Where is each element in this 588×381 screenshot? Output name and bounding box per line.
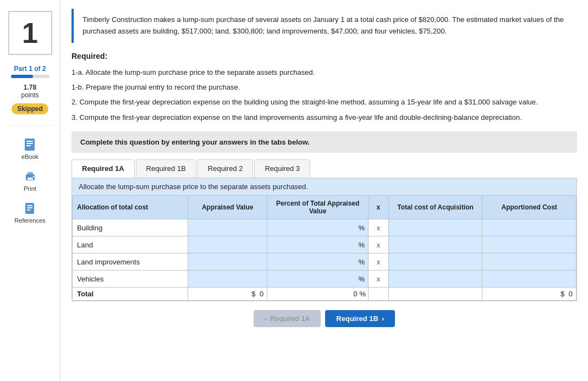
land-appraised-input[interactable] xyxy=(191,239,263,251)
col-header-percent: Percent of Total Appraised Value xyxy=(267,196,369,219)
row-label-total: Total xyxy=(73,288,188,301)
svg-rect-1 xyxy=(26,141,33,142)
col-header-x: x xyxy=(369,196,389,219)
building-appraised-cell xyxy=(188,219,267,236)
sidebar-item-references[interactable]: References xyxy=(14,201,45,224)
col-header-allocation: Allocation of total cost xyxy=(73,196,188,219)
vehicles-apportioned-input[interactable] xyxy=(486,273,573,285)
prev-button[interactable]: ‹ Required 1A xyxy=(254,310,321,327)
next-button[interactable]: Required 1B › xyxy=(325,310,395,327)
next-button-label: Required 1B xyxy=(336,314,378,323)
print-label: Print xyxy=(24,185,36,192)
percent-symbol-vehicles: % xyxy=(358,275,365,283)
total-appraised-cell: $ 0 xyxy=(188,288,267,301)
svg-rect-6 xyxy=(28,178,33,180)
percent-symbol-building: % xyxy=(358,224,365,232)
building-apportioned-cell xyxy=(482,219,576,236)
table-row: Building % x xyxy=(73,219,576,236)
land-imp-apportioned-input[interactable] xyxy=(486,256,573,268)
land-imp-total-cell xyxy=(388,253,482,270)
percent-symbol-land-imp: % xyxy=(358,258,365,266)
table-row: Land % x xyxy=(73,236,576,253)
col-header-apportioned: Apportioned Cost xyxy=(482,196,576,219)
row-label-vehicles: Vehicles xyxy=(73,270,188,288)
sidebar-item-print[interactable]: Print xyxy=(23,169,38,192)
svg-rect-0 xyxy=(25,139,35,151)
building-percent-input[interactable] xyxy=(271,222,357,234)
instruction-1b: 1-b. Prepare the journal entry to record… xyxy=(72,81,577,93)
sidebar: 1 Part 1 of 2 1.78 points Skipped eBook xyxy=(0,0,61,381)
question-text: Timberly Construction makes a lump-sum p… xyxy=(83,15,564,35)
svg-rect-3 xyxy=(26,145,31,146)
references-label: References xyxy=(14,217,45,224)
tab-required-1a[interactable]: Required 1A xyxy=(72,159,135,178)
prev-arrow-icon: ‹ xyxy=(265,314,267,323)
references-icon xyxy=(22,201,37,216)
ebook-icon xyxy=(22,137,37,152)
total-total-acq-cell xyxy=(388,288,482,301)
tab-required-3[interactable]: Required 3 xyxy=(254,159,310,178)
next-arrow-icon: › xyxy=(382,314,384,323)
vehicles-total-cell xyxy=(388,270,482,288)
allocate-bar: Allocate the lump-sum purchase price to … xyxy=(72,178,576,195)
table-row: Land improvements % x xyxy=(73,253,576,270)
total-dollar-sign: $ xyxy=(251,290,255,298)
points-sub: points xyxy=(21,91,39,99)
problem-number: 1 xyxy=(8,11,52,55)
vehicles-x-cell: x xyxy=(369,270,389,288)
tab-instruction: Complete this question by entering your … xyxy=(72,131,577,153)
land-apportioned-input[interactable] xyxy=(486,239,573,251)
vehicles-percent-input[interactable] xyxy=(271,273,357,285)
svg-rect-9 xyxy=(27,205,32,206)
progress-fill xyxy=(11,75,33,78)
vehicles-appraised-input[interactable] xyxy=(191,273,263,285)
svg-rect-5 xyxy=(28,172,33,175)
tab-required-1b[interactable]: Required 1B xyxy=(136,159,196,178)
tab-bar: Required 1A Required 1B Required 2 Requi… xyxy=(72,159,577,178)
print-icon xyxy=(23,169,38,184)
tab-content: Allocate the lump-sum purchase price to … xyxy=(72,178,577,301)
prev-button-label: Required 1A xyxy=(270,314,310,323)
table-row: Vehicles % x xyxy=(73,270,576,288)
tab-required-2[interactable]: Required 2 xyxy=(197,159,254,178)
svg-rect-2 xyxy=(26,143,33,144)
building-apportioned-input[interactable] xyxy=(486,222,573,234)
land-percent-cell: % xyxy=(267,236,369,253)
main-content: Timberly Construction makes a lump-sum p… xyxy=(61,0,588,381)
part-label: Part 1 of 2 xyxy=(14,65,46,73)
land-appraised-cell xyxy=(188,236,267,253)
divider1 xyxy=(8,125,52,126)
instruction-2: 2. Compute the first-year depreciation e… xyxy=(72,96,577,108)
building-appraised-input[interactable] xyxy=(191,222,263,234)
svg-point-7 xyxy=(32,176,34,177)
land-apportioned-cell xyxy=(482,236,576,253)
land-imp-appraised-input[interactable] xyxy=(191,256,263,268)
vehicles-apportioned-cell xyxy=(482,270,576,288)
vehicles-percent-cell: % xyxy=(267,270,369,288)
total-x-cell xyxy=(369,288,389,301)
land-imp-percent-input[interactable] xyxy=(271,256,357,268)
land-total-input[interactable] xyxy=(392,239,479,251)
table-row-total: Total $ 0 0 % $ 0 xyxy=(73,288,576,301)
land-total-cell xyxy=(388,236,482,253)
instruction-1a: 1-a. Allocate the lump-sum purchase pric… xyxy=(72,66,577,79)
x-symbol-vehicles: x xyxy=(376,275,382,283)
total-percent-cell: 0 % xyxy=(267,288,369,301)
building-x-cell: x xyxy=(369,219,389,236)
vehicles-appraised-cell xyxy=(188,270,267,288)
land-imp-total-input[interactable] xyxy=(392,256,479,268)
land-imp-appraised-cell xyxy=(188,253,267,270)
question-box: Timberly Construction makes a lump-sum p… xyxy=(72,9,577,43)
building-total-input[interactable] xyxy=(392,222,479,234)
svg-rect-11 xyxy=(27,209,30,211)
land-percent-input[interactable] xyxy=(271,239,357,251)
col-header-appraised: Appraised Value xyxy=(188,196,267,219)
x-symbol-building: x xyxy=(376,224,382,232)
vehicles-total-input[interactable] xyxy=(392,273,479,285)
x-symbol-land: x xyxy=(376,241,382,249)
land-imp-percent-cell: % xyxy=(267,253,369,270)
sidebar-item-ebook[interactable]: eBook xyxy=(21,137,39,160)
total-apportioned-dollar: $ xyxy=(560,290,564,298)
ebook-label: eBook xyxy=(21,153,39,160)
building-percent-cell: % xyxy=(267,219,369,236)
